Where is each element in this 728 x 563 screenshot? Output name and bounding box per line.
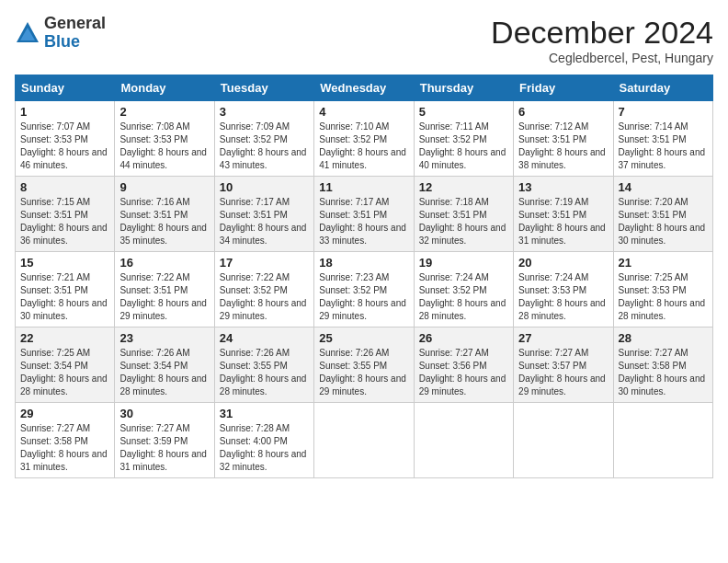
day-info: Sunrise: 7:12 AMSunset: 3:51 PMDaylight:… — [518, 121, 606, 170]
calendar-week-1: 1 Sunrise: 7:07 AMSunset: 3:53 PMDayligh… — [16, 101, 713, 177]
calendar-cell: 4 Sunrise: 7:10 AMSunset: 3:52 PMDayligh… — [314, 101, 414, 177]
calendar-cell: 11 Sunrise: 7:17 AMSunset: 3:51 PMDaylig… — [314, 177, 414, 252]
day-number: 5 — [419, 105, 508, 119]
day-info: Sunrise: 7:27 AMSunset: 3:58 PMDaylight:… — [20, 423, 108, 472]
calendar-week-5: 29 Sunrise: 7:27 AMSunset: 3:58 PMDaylig… — [16, 403, 713, 478]
calendar-cell: 24 Sunrise: 7:26 AMSunset: 3:55 PMDaylig… — [214, 327, 313, 403]
calendar-cell: 25 Sunrise: 7:26 AMSunset: 3:55 PMDaylig… — [314, 327, 414, 403]
day-number: 20 — [518, 256, 608, 270]
day-info: Sunrise: 7:20 AMSunset: 3:51 PMDaylight:… — [619, 197, 706, 246]
calendar-week-4: 22 Sunrise: 7:25 AMSunset: 3:54 PMDaylig… — [16, 327, 713, 403]
weekday-header-tuesday: Tuesday — [214, 75, 313, 101]
day-info: Sunrise: 7:27 AMSunset: 3:59 PMDaylight:… — [119, 423, 207, 472]
day-info: Sunrise: 7:27 AMSunset: 3:56 PMDaylight:… — [419, 348, 506, 396]
day-info: Sunrise: 7:22 AMSunset: 3:52 PMDaylight:… — [220, 272, 307, 321]
day-info: Sunrise: 7:15 AMSunset: 3:51 PMDaylight:… — [20, 197, 108, 246]
day-number: 27 — [518, 331, 608, 345]
calendar-cell: 26 Sunrise: 7:27 AMSunset: 3:56 PMDaylig… — [414, 327, 513, 403]
calendar-cell: 22 Sunrise: 7:25 AMSunset: 3:54 PMDaylig… — [16, 327, 115, 403]
calendar-cell: 2 Sunrise: 7:08 AMSunset: 3:53 PMDayligh… — [115, 101, 214, 177]
calendar-cell: 18 Sunrise: 7:23 AMSunset: 3:52 PMDaylig… — [314, 252, 414, 327]
day-number: 7 — [619, 105, 708, 119]
calendar-cell: 20 Sunrise: 7:24 AMSunset: 3:53 PMDaylig… — [514, 252, 613, 327]
logo-general-text: General — [44, 14, 106, 32]
day-number: 6 — [518, 105, 608, 119]
calendar-cell: 21 Sunrise: 7:25 AMSunset: 3:53 PMDaylig… — [613, 252, 712, 327]
calendar-cell: 12 Sunrise: 7:18 AMSunset: 3:51 PMDaylig… — [414, 177, 513, 252]
day-info: Sunrise: 7:26 AMSunset: 3:54 PMDaylight:… — [119, 348, 207, 396]
day-number: 22 — [20, 331, 109, 345]
calendar-cell — [314, 403, 414, 478]
day-number: 28 — [619, 331, 708, 345]
logo: General Blue — [15, 15, 106, 52]
weekday-header-wednesday: Wednesday — [314, 75, 414, 101]
day-info: Sunrise: 7:22 AMSunset: 3:51 PMDaylight:… — [119, 272, 207, 321]
day-number: 24 — [220, 331, 309, 345]
calendar-cell: 23 Sunrise: 7:26 AMSunset: 3:54 PMDaylig… — [115, 327, 214, 403]
day-number: 23 — [119, 331, 209, 345]
day-number: 19 — [419, 256, 508, 270]
day-info: Sunrise: 7:21 AMSunset: 3:51 PMDaylight:… — [20, 272, 108, 321]
calendar-cell: 5 Sunrise: 7:11 AMSunset: 3:52 PMDayligh… — [414, 101, 513, 177]
day-info: Sunrise: 7:17 AMSunset: 3:51 PMDaylight:… — [319, 197, 406, 246]
calendar-cell — [414, 403, 513, 478]
weekday-header-saturday: Saturday — [613, 75, 712, 101]
header: General Blue December 2024 Cegledbercel,… — [15, 15, 713, 65]
day-number: 12 — [419, 180, 508, 194]
day-number: 29 — [20, 407, 109, 420]
calendar-week-2: 8 Sunrise: 7:15 AMSunset: 3:51 PMDayligh… — [16, 177, 713, 252]
weekday-header-thursday: Thursday — [414, 75, 513, 101]
day-number: 14 — [619, 180, 708, 194]
day-number: 30 — [119, 407, 209, 420]
day-number: 2 — [119, 105, 209, 119]
day-info: Sunrise: 7:28 AMSunset: 4:00 PMDaylight:… — [220, 423, 307, 472]
day-number: 15 — [20, 256, 109, 270]
calendar-cell — [514, 403, 613, 478]
day-info: Sunrise: 7:24 AMSunset: 3:53 PMDaylight:… — [518, 272, 606, 321]
day-number: 26 — [419, 331, 508, 345]
calendar-cell: 6 Sunrise: 7:12 AMSunset: 3:51 PMDayligh… — [514, 101, 613, 177]
calendar-cell: 16 Sunrise: 7:22 AMSunset: 3:51 PMDaylig… — [115, 252, 214, 327]
day-info: Sunrise: 7:11 AMSunset: 3:52 PMDaylight:… — [419, 121, 506, 170]
day-number: 21 — [619, 256, 708, 270]
month-title: December 2024 — [491, 15, 713, 51]
calendar-cell: 7 Sunrise: 7:14 AMSunset: 3:51 PMDayligh… — [613, 101, 712, 177]
day-info: Sunrise: 7:17 AMSunset: 3:51 PMDaylight:… — [220, 197, 307, 246]
calendar-cell: 29 Sunrise: 7:27 AMSunset: 3:58 PMDaylig… — [16, 403, 115, 478]
day-number: 11 — [319, 180, 408, 194]
calendar-cell: 31 Sunrise: 7:28 AMSunset: 4:00 PMDaylig… — [214, 403, 313, 478]
calendar-cell: 30 Sunrise: 7:27 AMSunset: 3:59 PMDaylig… — [115, 403, 214, 478]
day-number: 10 — [220, 180, 309, 194]
day-number: 3 — [220, 105, 309, 119]
day-number: 16 — [119, 256, 209, 270]
day-number: 31 — [220, 407, 309, 420]
day-info: Sunrise: 7:18 AMSunset: 3:51 PMDaylight:… — [419, 197, 506, 246]
calendar-cell: 10 Sunrise: 7:17 AMSunset: 3:51 PMDaylig… — [214, 177, 313, 252]
day-number: 17 — [220, 256, 309, 270]
day-info: Sunrise: 7:27 AMSunset: 3:57 PMDaylight:… — [518, 348, 606, 396]
calendar-cell: 27 Sunrise: 7:27 AMSunset: 3:57 PMDaylig… — [514, 327, 613, 403]
day-info: Sunrise: 7:09 AMSunset: 3:52 PMDaylight:… — [220, 121, 307, 170]
day-number: 25 — [319, 331, 408, 345]
day-number: 8 — [20, 180, 109, 194]
calendar-cell: 8 Sunrise: 7:15 AMSunset: 3:51 PMDayligh… — [16, 177, 115, 252]
day-number: 9 — [119, 180, 209, 194]
day-info: Sunrise: 7:10 AMSunset: 3:52 PMDaylight:… — [319, 121, 406, 170]
logo-blue-text: Blue — [44, 32, 80, 51]
day-info: Sunrise: 7:19 AMSunset: 3:51 PMDaylight:… — [518, 197, 606, 246]
logo-icon — [15, 20, 40, 46]
calendar-cell: 15 Sunrise: 7:21 AMSunset: 3:51 PMDaylig… — [16, 252, 115, 327]
calendar-body: 1 Sunrise: 7:07 AMSunset: 3:53 PMDayligh… — [16, 101, 713, 478]
day-info: Sunrise: 7:26 AMSunset: 3:55 PMDaylight:… — [319, 348, 406, 396]
day-info: Sunrise: 7:26 AMSunset: 3:55 PMDaylight:… — [220, 348, 307, 396]
location: Cegledbercel, Pest, Hungary — [491, 51, 713, 65]
weekday-header-row: SundayMondayTuesdayWednesdayThursdayFrid… — [16, 75, 713, 101]
calendar-week-3: 15 Sunrise: 7:21 AMSunset: 3:51 PMDaylig… — [16, 252, 713, 327]
day-number: 13 — [518, 180, 608, 194]
day-number: 18 — [319, 256, 408, 270]
calendar-cell: 3 Sunrise: 7:09 AMSunset: 3:52 PMDayligh… — [214, 101, 313, 177]
day-number: 1 — [20, 105, 109, 119]
weekday-header-monday: Monday — [115, 75, 214, 101]
day-info: Sunrise: 7:08 AMSunset: 3:53 PMDaylight:… — [119, 121, 207, 170]
day-info: Sunrise: 7:25 AMSunset: 3:53 PMDaylight:… — [619, 272, 706, 321]
